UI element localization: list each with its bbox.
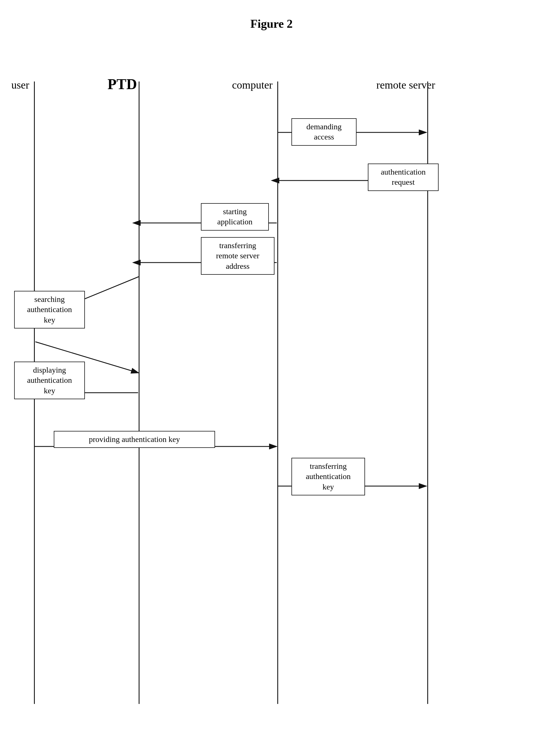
col-header-user: user [11, 79, 29, 91]
box-demanding-access: demandingaccess [291, 118, 357, 146]
box-displaying-authentication-key: displayingauthenticationkey [14, 362, 85, 399]
diagram-container: user PTD computer remote server [0, 42, 543, 749]
col-header-remote-server: remote server [376, 79, 435, 91]
figure-title: Figure 2 [0, 0, 543, 42]
box-transferring-authentication-key: transferringauthenticationkey [291, 458, 365, 495]
box-starting-application: startingapplication [201, 203, 269, 231]
box-searching-authentication-key: searchingauthenticationkey [14, 291, 85, 328]
col-header-ptd: PTD [108, 76, 137, 93]
box-transferring-remote-server-address: transferringremote serveraddress [201, 237, 274, 275]
box-authentication-request: authenticationrequest [368, 164, 439, 191]
box-providing-authentication-key: providing authentication key [54, 431, 215, 448]
col-header-computer: computer [232, 79, 273, 91]
lifeline-computer [277, 81, 278, 704]
lifeline-ptd [139, 81, 139, 704]
